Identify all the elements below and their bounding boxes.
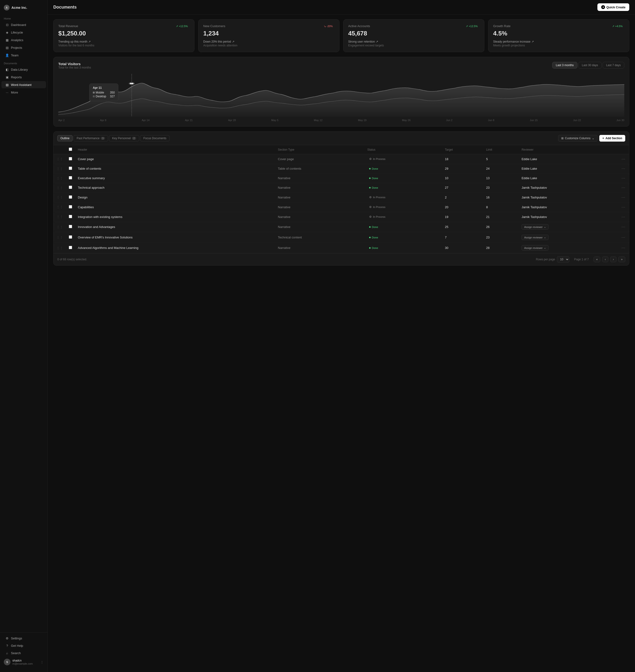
- row-type: Narrative: [275, 222, 365, 232]
- row-checkbox[interactable]: [69, 195, 72, 199]
- user-info: shadcn m@example.com: [13, 659, 39, 665]
- row-checkbox[interactable]: [69, 166, 72, 170]
- quick-create-button[interactable]: ✦ Quick Create: [597, 3, 629, 11]
- row-status: Done: [365, 243, 442, 253]
- row-menu-button[interactable]: ⋯: [620, 157, 626, 162]
- row-menu-button[interactable]: ⋯: [620, 245, 626, 250]
- sidebar-item-data-library[interactable]: ◧ Data Library: [1, 66, 46, 73]
- row-menu-button[interactable]: ⋯: [620, 185, 626, 190]
- drag-handle[interactable]: ⋮⋮: [57, 176, 63, 180]
- row-menu-button[interactable]: ⋯: [620, 166, 626, 171]
- reviewer-name: Jamik Tashpulatov: [522, 205, 547, 209]
- chart-x-label: Jun 30: [616, 119, 624, 121]
- assign-reviewer-button[interactable]: Assign reviewer ⌄: [522, 234, 549, 240]
- projects-icon: ▤: [5, 46, 9, 49]
- reviewer-col: Reviewer: [519, 145, 618, 154]
- row-type: Cover page: [275, 154, 365, 164]
- row-checkbox[interactable]: [69, 176, 72, 179]
- assign-reviewer-button[interactable]: Assign reviewer ⌄: [522, 224, 549, 230]
- row-status: ⚙ In Process: [365, 154, 442, 164]
- drag-handle[interactable]: ⋮⋮: [57, 195, 63, 199]
- status-dot: [369, 247, 371, 249]
- row-checkbox[interactable]: [69, 225, 72, 228]
- row-target: 20: [442, 202, 483, 212]
- row-type: Narrative: [275, 183, 365, 193]
- chart-tab-1[interactable]: Last 30 days: [578, 62, 602, 69]
- row-menu-button[interactable]: ⋯: [620, 235, 626, 240]
- drag-handle[interactable]: ⋮⋮: [57, 236, 63, 239]
- table-tab-2[interactable]: Key Personnel2: [109, 135, 139, 141]
- row-checkbox[interactable]: [69, 215, 72, 218]
- sidebar-item-dashboard[interactable]: ⊡ Dashboard: [1, 21, 46, 28]
- chart-area: Apr 11 Mobile 350 Desktop 327: [58, 74, 624, 117]
- table-footer: 0 of 68 row(s) selected. Rows per page 1…: [53, 253, 629, 265]
- table-row: ⋮⋮ Overview of EMR's Innovative Solution…: [53, 232, 629, 243]
- row-status: Done: [365, 183, 442, 193]
- user-menu-button[interactable]: ⋮: [41, 660, 44, 664]
- last-page-button[interactable]: »: [618, 256, 625, 262]
- kpi-label: Active Accounts: [348, 24, 370, 28]
- drag-handle[interactable]: ⋮⋮: [57, 225, 63, 229]
- app-logo[interactable]: A Acme Inc.: [0, 3, 47, 14]
- row-checkbox[interactable]: [69, 205, 72, 208]
- kpi-label: Total Revenue: [58, 24, 78, 28]
- sidebar-item-word-assistant[interactable]: ▤ Word Assistant: [1, 81, 46, 88]
- sidebar-item-lifecycle[interactable]: ◈ Lifecycle: [1, 29, 46, 36]
- prev-page-button[interactable]: ‹: [602, 256, 608, 262]
- row-checkbox[interactable]: [69, 246, 72, 249]
- assign-reviewer-button[interactable]: Assign reviewer ⌄: [522, 245, 549, 251]
- actions-col: [618, 145, 629, 154]
- drag-handle[interactable]: ⋮⋮: [57, 205, 63, 209]
- row-menu-button[interactable]: ⋯: [620, 224, 626, 229]
- first-page-button[interactable]: «: [594, 256, 600, 262]
- kpi-footer-sub: Acquisition needs attention: [203, 44, 334, 47]
- chevron-icon: ⌄: [544, 236, 546, 239]
- tooltip-row-mobile: Mobile 350: [93, 91, 115, 94]
- drag-handle[interactable]: ⋮⋮: [57, 157, 63, 161]
- add-section-button[interactable]: + Add Section: [599, 135, 625, 141]
- customize-columns-button[interactable]: ⊞ Customize Columns ⌄: [558, 135, 597, 141]
- row-menu-button[interactable]: ⋯: [620, 176, 626, 181]
- sidebar-item-projects[interactable]: ▤ Projects: [1, 44, 46, 51]
- drag-handle[interactable]: ⋮⋮: [57, 167, 63, 171]
- row-checkbox[interactable]: [69, 157, 72, 160]
- row-limit: 23: [483, 232, 519, 243]
- row-header: Innovation and Advantages: [75, 222, 275, 232]
- reviewer-name: Eddie Lake: [522, 176, 537, 180]
- row-menu-button[interactable]: ⋯: [620, 205, 626, 210]
- next-page-button[interactable]: ›: [610, 256, 616, 262]
- sidebar-item-more[interactable]: ··· More: [1, 89, 46, 96]
- table-tab-0[interactable]: Outline: [57, 135, 72, 141]
- kpi-footer: Down 20% this period ↗ Acquisition needs…: [203, 40, 334, 47]
- row-limit: 26: [483, 222, 519, 232]
- sidebar-item-team[interactable]: 👤 Team: [1, 52, 46, 59]
- sidebar-item-analytics[interactable]: ▦ Analytics: [1, 37, 46, 44]
- rows-per-page-control: Rows per page 10 20 50: [536, 256, 570, 263]
- kpi-footer-main: Strong user retention ↗: [348, 40, 479, 43]
- row-menu-button[interactable]: ⋯: [620, 215, 626, 219]
- chart-title-area: Total Visitors Total for the last 3 mont…: [58, 62, 91, 73]
- drag-handle[interactable]: ⋮⋮: [57, 215, 63, 219]
- drag-handle[interactable]: ⋮⋮: [57, 186, 63, 189]
- kpi-card-3: Growth Rate ↗ +4.5% 4.5% Steady performa…: [488, 19, 629, 52]
- table-tab-1[interactable]: Past Performance3: [73, 135, 108, 141]
- row-menu-button[interactable]: ⋯: [620, 195, 626, 200]
- sidebar-item-search[interactable]: ⌕ Search: [1, 649, 46, 656]
- row-checkbox[interactable]: [69, 236, 72, 239]
- row-target: 29: [442, 164, 483, 174]
- sidebar-item-settings[interactable]: ⚙ Settings: [1, 635, 46, 642]
- sidebar-item-help[interactable]: ? Get Help: [1, 642, 46, 649]
- chart-tab-0[interactable]: Last 3 months: [552, 62, 577, 69]
- select-all-checkbox[interactable]: [69, 148, 72, 151]
- table-tab-3[interactable]: Focus Documents: [140, 135, 170, 141]
- rows-per-page-select[interactable]: 10 20 50: [557, 256, 569, 263]
- data-library-icon: ◧: [5, 68, 9, 71]
- row-header: Executive summary: [75, 174, 275, 183]
- user-row[interactable]: S shadcn m@example.com ⋮: [0, 657, 47, 667]
- sidebar-item-reports[interactable]: ▣ Reports: [1, 73, 46, 81]
- drag-handle[interactable]: ⋮⋮: [57, 246, 63, 250]
- row-reviewer: Assign reviewer ⌄: [519, 243, 618, 253]
- row-checkbox[interactable]: [69, 186, 72, 189]
- analytics-icon: ▦: [5, 38, 9, 42]
- chart-tab-2[interactable]: Last 7 days: [603, 62, 624, 69]
